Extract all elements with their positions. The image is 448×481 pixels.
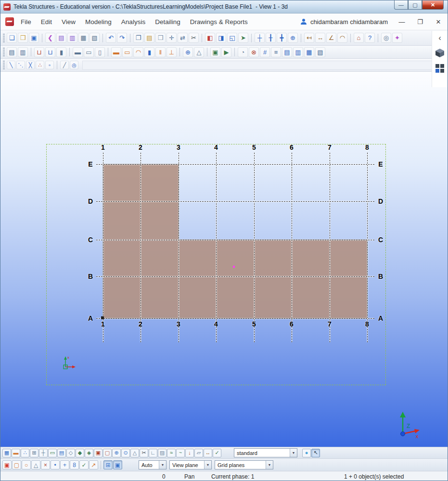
snap-mode-combo[interactable]: Auto ▼	[139, 460, 166, 469]
move-icon[interactable]: ✛	[166, 33, 177, 43]
rendering-options-icon[interactable]: ●	[302, 449, 311, 457]
select-bolts-icon[interactable]: ⊕	[112, 449, 121, 457]
grid-line-horizontal[interactable]	[96, 239, 374, 241]
grid-line-vertical[interactable]	[216, 153, 217, 342]
create-strip-footing-icon[interactable]: ⊔	[45, 47, 55, 57]
grid-line-horizontal[interactable]	[96, 201, 374, 202]
select-all-icon[interactable]: ▦	[2, 449, 11, 457]
drawing-list-icon[interactable]: ▤	[282, 47, 292, 57]
model-viewport[interactable]: 1122334455667788EEDDCCBBAA x Z x	[0, 72, 448, 447]
auto-connection-icon[interactable]: ⌂	[354, 33, 364, 43]
print-drawings-icon[interactable]: ▧	[315, 47, 325, 57]
measure-angle-icon[interactable]: ∠	[326, 33, 336, 43]
create-point-icon[interactable]: ┼	[255, 33, 265, 43]
create-curved-beam-icon[interactable]: ◠	[133, 47, 143, 57]
bolt-point-icon[interactable]: ⊕	[288, 33, 298, 43]
grid-line-vertical[interactable]	[291, 153, 293, 342]
select-grid-lines-icon[interactable]: ┼	[39, 449, 48, 457]
numbering-icon[interactable]: #	[260, 47, 270, 57]
undo-icon[interactable]: ↶	[106, 33, 116, 43]
grid-line-vertical[interactable]	[102, 153, 104, 342]
snap-plane-combo[interactable]: View plane ▼	[169, 460, 212, 469]
select-distances-icon[interactable]: ↔	[204, 449, 212, 457]
select-rebar-groups-icon[interactable]: ≈	[167, 449, 176, 457]
chevron-down-icon[interactable]: ▼	[159, 461, 166, 469]
create-weld-icon[interactable]: △	[194, 47, 204, 57]
chevron-down-icon[interactable]: ▼	[266, 461, 273, 469]
save-model-icon[interactable]: ▣	[29, 33, 39, 43]
select-assemblies-icon[interactable]: ▣	[94, 449, 102, 457]
select-single-bolts-icon[interactable]: ⊙	[121, 449, 130, 457]
construction-points-line-icon[interactable]: ∴	[36, 61, 44, 69]
open-model-icon[interactable]: ❒	[18, 33, 28, 43]
print-icon[interactable]: ▥	[18, 47, 28, 57]
select-grids-icon[interactable]: ⊞	[30, 449, 38, 457]
component-catalog-icon[interactable]: ▣	[210, 47, 220, 57]
reference-point[interactable]	[233, 266, 235, 268]
snap-mid-points-icon[interactable]: △	[31, 460, 40, 469]
construction-line-segments-icon[interactable]: ⋱	[16, 61, 25, 69]
open-drawing-icon[interactable]: ▦	[304, 47, 314, 57]
create-concrete-column-icon[interactable]: ▮	[56, 47, 66, 57]
create-steel-beam-icon[interactable]: ▬	[111, 47, 121, 57]
titlebar[interactable]: Tekla Structures - Educational version -…	[0, 0, 448, 13]
ortho-toggle-icon[interactable]: ⊞	[103, 460, 113, 469]
flight-mode-icon[interactable]: ➤	[238, 33, 248, 43]
create-concrete-panel-icon[interactable]: ▯	[95, 47, 105, 57]
named-views-icon[interactable]: ◨	[216, 33, 226, 43]
snap-numeric-icon[interactable]: 8	[70, 460, 79, 469]
grid-line-horizontal[interactable]	[96, 164, 374, 165]
create-report-icon[interactable]: ≡	[271, 47, 281, 57]
fetch-icon[interactable]: ❮	[45, 33, 55, 43]
construction-cross-lines-icon[interactable]: ╳	[26, 61, 35, 69]
menu-analysis[interactable]: Analysis	[121, 18, 145, 26]
grid-line-vertical[interactable]	[140, 153, 141, 342]
point-on-line-icon[interactable]: ╂	[266, 33, 276, 43]
select-planes-icon[interactable]: ▱	[194, 449, 203, 457]
cut-icon[interactable]: ✂	[189, 33, 199, 43]
inquire-object-icon[interactable]: ?	[365, 33, 375, 43]
select-parts-icon[interactable]: ▬	[12, 449, 20, 457]
move-special-icon[interactable]: ⇄	[178, 33, 188, 43]
snap-arrow-icon[interactable]: ↗	[89, 460, 98, 469]
organizer-icon[interactable]: ▥	[67, 33, 77, 43]
drag-and-drop-icon[interactable]: ↖	[311, 449, 320, 457]
chevron-down-icon[interactable]: ▼	[290, 449, 297, 457]
view-minimize-button[interactable]: —	[397, 18, 406, 26]
snap-reference-points-icon[interactable]: ▣	[2, 460, 12, 469]
grid-line-horizontal[interactable]	[96, 276, 374, 277]
snap-line-ends-icon[interactable]: +	[60, 460, 69, 469]
select-drawings-icon[interactable]: ▤	[57, 449, 66, 457]
select-objects-in-assemblies-icon[interactable]: ▢	[103, 449, 112, 457]
properties-pane-icon[interactable]: ▤	[56, 33, 66, 43]
select-points-icon[interactable]: ∴	[21, 449, 29, 457]
paste-icon[interactable]: ▤	[144, 33, 154, 43]
snap-off-icon[interactable]: ×	[41, 460, 50, 469]
select-views-icon[interactable]: ▭	[48, 449, 57, 457]
phase-manager-icon[interactable]: ◔	[238, 47, 248, 57]
toolbar-drag-handle[interactable]	[3, 48, 5, 56]
select-objects-in-components-icon[interactable]: ◈	[85, 449, 93, 457]
menu-file[interactable]: File	[21, 18, 31, 26]
select-components-icon[interactable]: ◆	[76, 449, 84, 457]
toolbar-drag-handle[interactable]	[3, 61, 5, 69]
measure-horizontal-icon[interactable]: ↔	[315, 33, 325, 43]
view-restore-button[interactable]: ❐	[416, 18, 424, 26]
measure-arc-icon[interactable]: ◠	[337, 33, 347, 43]
run-macro-icon[interactable]: ▶	[221, 47, 231, 57]
view-close-button[interactable]: ✕	[434, 18, 443, 26]
snap-ok-icon[interactable]: ✓	[79, 460, 89, 469]
create-pad-footing-icon[interactable]: ⊔	[34, 47, 44, 57]
select-single-rebar-icon[interactable]: ~	[176, 449, 185, 457]
tekla-menu-logo-icon[interactable]	[5, 17, 14, 26]
menu-detailing[interactable]: Detailing	[155, 18, 180, 26]
view-cube-icon[interactable]	[435, 48, 445, 58]
maximize-button[interactable]: ▢	[408, 0, 422, 10]
copy-icon[interactable]: ❐	[133, 33, 143, 43]
close-button[interactable]: ✕	[422, 0, 444, 10]
select-loads-icon[interactable]: ↓	[185, 449, 194, 457]
catalogs-icon[interactable]: ▦	[78, 33, 89, 43]
open-drawing-list-icon[interactable]: ▤	[7, 47, 17, 57]
clash-check-icon[interactable]: ⊗	[249, 47, 259, 57]
point-cloud-icon[interactable]: ✦	[392, 33, 402, 43]
